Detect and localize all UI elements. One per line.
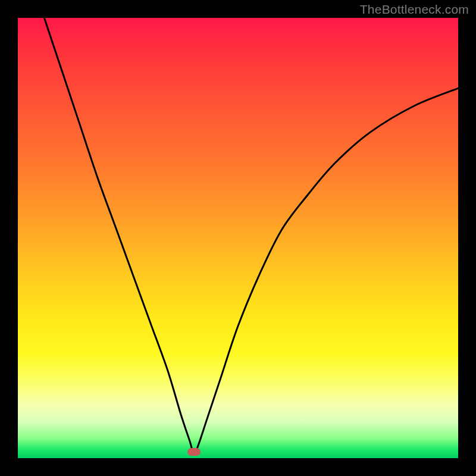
optimum-marker: [187, 448, 201, 456]
watermark-text: TheBottleneck.com: [360, 2, 469, 17]
plot-area: [18, 18, 458, 458]
chart-frame: TheBottleneck.com: [0, 0, 476, 476]
chart-svg: [18, 18, 458, 458]
bottleneck-curve-path: [44, 18, 458, 454]
